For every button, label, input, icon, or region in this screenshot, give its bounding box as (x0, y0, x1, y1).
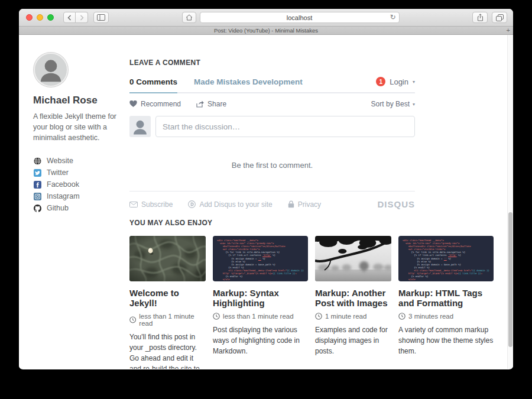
post-thumbnail-code[interactable]: <div class="masthead __menu"> <nav id="s… (398, 236, 494, 281)
chevron-right-icon (79, 15, 85, 21)
share-icon (477, 14, 484, 21)
author-link-github[interactable]: Github (33, 202, 128, 214)
heart-icon (129, 100, 137, 108)
chevron-left-icon (67, 15, 72, 21)
author-sidebar: Michael Rose A flexible Jekyll theme for… (33, 53, 128, 214)
author-link-website[interactable]: Website (33, 155, 128, 167)
clock-icon (315, 313, 322, 320)
active-tab[interactable]: Post: Video (YouTube) - Minimal Mistakes (214, 27, 318, 34)
globe-icon (33, 157, 41, 165)
scrollbar-track[interactable] (507, 35, 513, 369)
minimize-window-button[interactable] (37, 14, 43, 21)
tab-overview-button[interactable] (492, 12, 507, 23)
comment-input[interactable] (155, 116, 415, 137)
related-card-welcome-jekyll: Welcome to Jekyll! less than 1 minute re… (129, 236, 206, 369)
back-button[interactable] (63, 12, 76, 23)
post-thumbnail-code[interactable]: <div class="masthead __menu"> <nav id="s… (213, 236, 308, 281)
privacy-link[interactable]: Privacy (288, 200, 321, 209)
comments-section: LEAVE A COMMENT 0 Comments Made Mistakes… (129, 59, 415, 209)
post-thumbnail-foggy-trees[interactable] (315, 236, 391, 281)
zoom-window-button[interactable] (47, 14, 54, 21)
recommend-button[interactable]: Recommend (129, 100, 181, 108)
post-meta: 1 minute read (315, 313, 391, 320)
comments-heading: LEAVE A COMMENT (129, 59, 415, 67)
share-comments-button[interactable]: Share (196, 100, 226, 108)
forward-button[interactable] (76, 12, 88, 23)
author-link-facebook[interactable]: Facebook (33, 179, 128, 190)
share-arrow-icon (196, 100, 204, 108)
recommend-label: Recommend (141, 100, 181, 108)
tabs-icon (496, 14, 504, 21)
share-label: Share (207, 100, 226, 108)
post-excerpt: Post displaying the various ways of high… (213, 325, 308, 356)
reload-icon[interactable]: ↻ (390, 13, 395, 21)
browser-window: localhost ↻ Post: Video (YouTube) - Mini… (19, 9, 513, 369)
comment-count-tab[interactable]: 0 Comments (129, 77, 177, 86)
github-icon (33, 204, 41, 212)
disqus-logo[interactable]: DISQUS (377, 199, 415, 209)
disqus-d-icon (188, 200, 196, 208)
post-excerpt: You'll find this post in your _posts dir… (129, 332, 206, 369)
author-link-label: Instagram (47, 192, 80, 200)
code-snippet: <div class="masthead __menu"> <nav id="s… (403, 239, 489, 281)
subscribe-link[interactable]: Subscribe (129, 200, 173, 209)
post-title[interactable]: Welcome to Jekyll! (129, 288, 206, 309)
subscribe-label: Subscribe (141, 200, 173, 209)
instagram-icon (33, 192, 41, 200)
home-icon (186, 14, 193, 21)
address-bar[interactable]: localhost ↻ (200, 12, 400, 23)
tab-bar: Post: Video (YouTube) - Minimal Mistakes… (19, 27, 513, 35)
share-button[interactable] (472, 12, 488, 23)
disqus-footer: Subscribe Add Disqus to your site Privac… (129, 199, 415, 209)
disqus-actions: Recommend Share Sort by Best ▾ (129, 100, 415, 108)
post-meta: less than 1 minute read (213, 313, 308, 320)
post-title[interactable]: Markup: HTML Tags and Formatting (398, 288, 494, 309)
post-title[interactable]: Markup: Syntax Highlighting (213, 288, 308, 309)
clock-icon (398, 313, 406, 320)
read-time: 1 minute read (325, 313, 366, 320)
login-control[interactable]: 1 Login ▾ (376, 77, 415, 86)
page-content: Michael Rose A flexible Jekyll theme for… (19, 35, 513, 369)
notification-badge: 1 (376, 77, 385, 86)
close-window-button[interactable] (26, 14, 33, 21)
lock-icon (288, 200, 294, 208)
privacy-label: Privacy (298, 200, 321, 209)
clock-icon (213, 313, 220, 320)
facebook-icon (33, 180, 41, 189)
related-card-syntax-highlighting: <div class="masthead __menu"> <nav id="s… (213, 236, 308, 369)
author-avatar (34, 53, 68, 87)
window-controls (26, 14, 54, 21)
post-excerpt: Examples and code for displaying images … (315, 325, 391, 356)
comment-composer (129, 116, 415, 137)
post-title[interactable]: Markup: Another Post with Images (315, 288, 391, 309)
post-thumbnail-green-macro[interactable] (129, 236, 206, 281)
browser-toolbar: localhost ↻ (19, 9, 513, 27)
author-link-twitter[interactable]: Twitter (33, 167, 128, 179)
commenter-avatar (129, 116, 151, 137)
post-excerpt: A variety of common markup showing how t… (398, 325, 494, 356)
author-link-label: Website (47, 157, 73, 165)
empty-state-message: Be the first to comment. (129, 161, 415, 170)
chevron-down-icon: ▾ (413, 102, 415, 107)
sort-dropdown[interactable]: Sort by Best ▾ (371, 100, 415, 108)
author-links: Website Twitter Facebook (33, 155, 128, 214)
sidebar-toggle-button[interactable] (93, 12, 109, 23)
related-cards: Welcome to Jekyll! less than 1 minute re… (129, 236, 494, 369)
related-posts-section: YOU MAY ALSO ENJOY (129, 219, 494, 369)
code-snippet: <div class="masthead __menu"> <nav id="s… (217, 239, 304, 281)
scrollbar-thumb[interactable] (508, 212, 512, 347)
related-heading: YOU MAY ALSO ENJOY (129, 219, 494, 227)
new-tab-button[interactable]: + (507, 27, 510, 34)
author-link-label: Facebook (47, 180, 79, 189)
add-disqus-link[interactable]: Add Disqus to your site (188, 200, 272, 209)
related-card-html-tags-formatting: <div class="masthead __menu"> <nav id="s… (398, 236, 494, 369)
read-time: 3 minutes read (408, 313, 453, 320)
author-link-instagram[interactable]: Instagram (33, 190, 128, 202)
url-text: localhost (287, 14, 312, 21)
add-disqus-label: Add Disqus to your site (199, 200, 272, 209)
post-meta: less than 1 minute read (129, 313, 206, 327)
person-icon (35, 54, 67, 86)
person-icon (129, 116, 151, 137)
home-button[interactable] (182, 12, 196, 23)
community-link[interactable]: Made Mistakes Development (194, 77, 303, 86)
